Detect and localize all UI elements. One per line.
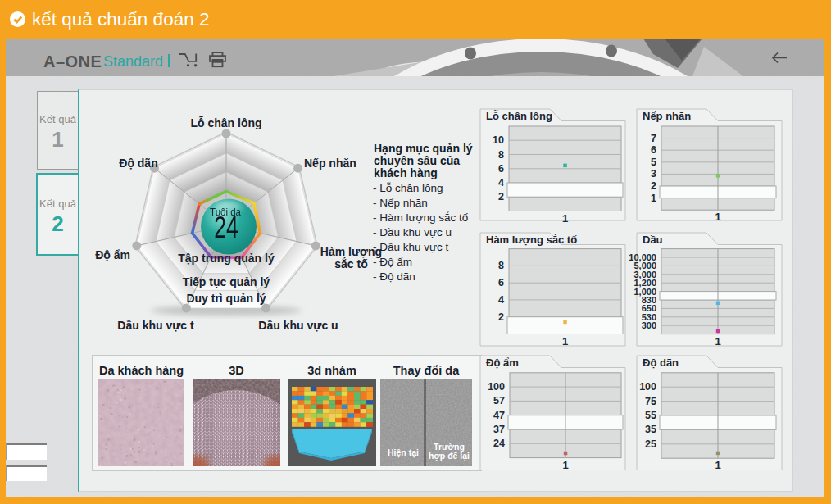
svg-text:8: 8 (498, 149, 504, 161)
svg-text:8: 8 (498, 260, 504, 271)
svg-text:Lỗ chân lông: Lỗ chân lông (486, 110, 552, 122)
svg-text:4: 4 (498, 177, 504, 188)
svg-text:5: 5 (651, 157, 656, 168)
svg-text:hợp để lại: hợp để lại (429, 451, 470, 461)
svg-text:Dầu: Dầu (643, 234, 663, 246)
svg-text:2: 2 (498, 311, 504, 323)
svg-text:1: 1 (562, 458, 568, 470)
svg-text:300: 300 (642, 320, 656, 330)
svg-text:Độ dãn: Độ dãn (643, 356, 679, 368)
svg-text:4: 4 (498, 294, 504, 306)
svg-text:6: 6 (498, 277, 504, 288)
svg-text:25: 25 (645, 438, 656, 449)
svg-text:10: 10 (493, 134, 504, 146)
svg-text:1: 1 (562, 212, 568, 225)
svg-text:100: 100 (639, 381, 656, 393)
svg-text:75: 75 (645, 395, 656, 406)
svg-text:1: 1 (715, 459, 720, 471)
svg-text:Nếp nhăn: Nếp nhăn (643, 110, 691, 122)
svg-text:1: 1 (651, 193, 656, 204)
svg-text:1: 1 (715, 335, 720, 347)
svg-text:100: 100 (488, 381, 505, 393)
svg-text:24: 24 (493, 438, 505, 449)
svg-text:Hàm lượng sắc tố: Hàm lượng sắc tố (486, 234, 577, 246)
svg-text:35: 35 (645, 424, 656, 435)
svg-text:3: 3 (651, 168, 656, 179)
svg-text:1: 1 (562, 335, 568, 347)
svg-text:7: 7 (651, 133, 656, 144)
svg-text:47: 47 (493, 409, 505, 420)
svg-text:2: 2 (498, 191, 504, 202)
svg-text:37: 37 (493, 424, 505, 435)
svg-text:6: 6 (651, 144, 656, 156)
svg-text:55: 55 (645, 410, 656, 421)
svg-text:1: 1 (715, 211, 720, 223)
svg-text:2: 2 (651, 180, 656, 192)
svg-text:57: 57 (493, 395, 505, 406)
svg-text:Hiện tại: Hiện tại (388, 447, 419, 458)
svg-text:6: 6 (498, 163, 504, 175)
svg-text:Độ ẩm: Độ ẩm (486, 356, 519, 368)
